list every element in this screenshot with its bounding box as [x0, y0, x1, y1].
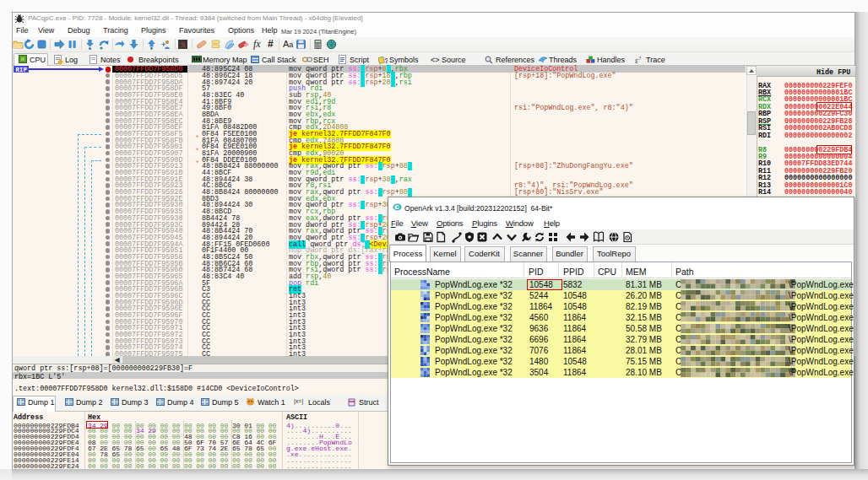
svg-text:S: S — [180, 40, 184, 49]
svg-text:?: ? — [384, 57, 388, 64]
